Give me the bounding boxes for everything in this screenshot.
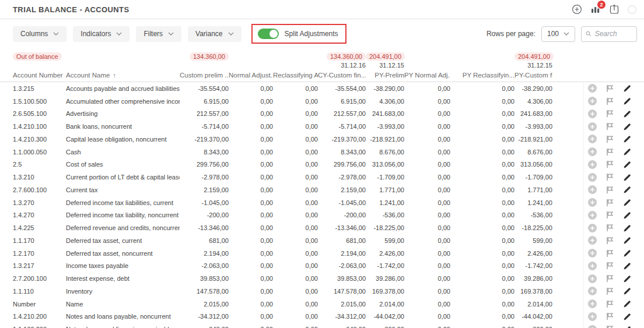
- variance-dropdown-button[interactable]: Variance: [188, 26, 241, 42]
- table-row[interactable]: 1.3.215 Accounts payable and accrued lia…: [0, 82, 644, 95]
- edit-pencil-icon[interactable]: [623, 185, 632, 194]
- column-header-account-name[interactable]: Account Name↑: [66, 72, 180, 79]
- flag-icon[interactable]: [606, 186, 614, 194]
- add-adjustment-icon[interactable]: [588, 185, 597, 194]
- column-header-reclassifying[interactable]: Reclassifying A...: [273, 72, 318, 79]
- column-header-py-custom-final[interactable]: PY-Custom fina...: [514, 72, 552, 79]
- table-row[interactable]: 1.4.210.300 Capital lease obligation, no…: [0, 133, 644, 146]
- table-row[interactable]: 1.4.210.100 Bank loans, noncurrent -5.71…: [0, 120, 644, 133]
- edit-pencil-icon[interactable]: [623, 274, 632, 283]
- split-adjustments-toggle[interactable]: [258, 29, 279, 39]
- indicators-dropdown-button[interactable]: Indicators: [73, 26, 130, 42]
- table-row[interactable]: 1.3.217 Income taxes payable -2.063,00 0…: [0, 260, 644, 273]
- edit-pencil-icon[interactable]: [623, 84, 632, 93]
- edit-pencil-icon[interactable]: [623, 287, 632, 295]
- edit-pencil-icon[interactable]: [623, 236, 632, 245]
- add-adjustment-icon[interactable]: [588, 287, 597, 295]
- search-input[interactable]: [595, 30, 632, 38]
- flag-icon[interactable]: [606, 262, 614, 270]
- table-row[interactable]: 1.1.000.050 Cash 8.343,00 0,00 0,00 8.34…: [0, 146, 644, 158]
- add-circle-icon[interactable]: [572, 4, 582, 15]
- column-header-py-normal-adjustment[interactable]: PY Normal Adj...: [404, 72, 450, 79]
- flag-icon[interactable]: [606, 237, 614, 245]
- flag-icon[interactable]: [606, 287, 614, 295]
- flag-icon[interactable]: [606, 211, 614, 219]
- add-adjustment-icon[interactable]: [588, 211, 597, 220]
- flag-icon[interactable]: [606, 249, 614, 258]
- columns-add-icon[interactable]: 2: [590, 4, 601, 15]
- table-row[interactable]: Number Name 2.015,00 0,00 0,00 2.015,00 …: [0, 298, 644, 311]
- edit-pencil-icon[interactable]: [623, 97, 632, 105]
- edit-pencil-icon[interactable]: [623, 299, 632, 308]
- flag-icon[interactable]: [606, 199, 614, 207]
- add-adjustment-icon[interactable]: [588, 274, 597, 283]
- export-icon[interactable]: [609, 4, 620, 15]
- flag-icon[interactable]: [606, 122, 614, 131]
- table-row[interactable]: 2.6.505.100 Advertising 212.557,00 0,00 …: [0, 108, 644, 121]
- add-adjustment-icon[interactable]: [588, 299, 597, 308]
- status-circle-icon[interactable]: [627, 5, 637, 15]
- table-row[interactable]: 1.5.100.500 Accumulated other comprehens…: [0, 95, 644, 108]
- table-row[interactable]: 2.7.600.100 Current tax 2.159,00 0,00 0,…: [0, 184, 644, 196]
- table-row[interactable]: 1.1.170 Deferred tax asset, current 681,…: [0, 234, 644, 247]
- edit-pencil-icon[interactable]: [623, 224, 632, 232]
- edit-pencil-icon[interactable]: [623, 312, 632, 321]
- flag-icon[interactable]: [606, 110, 614, 118]
- flag-icon[interactable]: [606, 224, 614, 232]
- rows-per-page-select[interactable]: 100: [541, 26, 575, 42]
- flag-icon[interactable]: [606, 148, 614, 156]
- table-row[interactable]: 1.4.225 Deferred revenue and credits, no…: [0, 221, 644, 234]
- table-row[interactable]: 1.4.210.200 Notes and loans payable, non…: [0, 311, 644, 323]
- edit-pencil-icon[interactable]: [623, 198, 632, 207]
- flag-icon[interactable]: [606, 312, 614, 320]
- add-adjustment-icon[interactable]: [588, 97, 597, 105]
- edit-pencil-icon[interactable]: [623, 211, 632, 220]
- edit-pencil-icon[interactable]: [623, 325, 632, 328]
- flag-icon[interactable]: [606, 135, 614, 143]
- edit-pencil-icon[interactable]: [623, 135, 632, 143]
- filters-dropdown-button[interactable]: Filters: [136, 26, 181, 42]
- add-adjustment-icon[interactable]: [588, 173, 597, 182]
- add-adjustment-icon[interactable]: [588, 135, 597, 143]
- edit-pencil-icon[interactable]: [623, 160, 632, 169]
- table-row[interactable]: 1.1.100.200 Notes, loans and financing r…: [0, 323, 644, 328]
- edit-pencil-icon[interactable]: [623, 262, 632, 270]
- add-adjustment-icon[interactable]: [588, 262, 597, 270]
- edit-pencil-icon[interactable]: [623, 147, 632, 156]
- flag-icon[interactable]: [606, 97, 614, 105]
- add-adjustment-icon[interactable]: [588, 147, 597, 156]
- edit-pencil-icon[interactable]: [623, 122, 632, 131]
- add-adjustment-icon[interactable]: [588, 198, 597, 207]
- edit-pencil-icon[interactable]: [623, 249, 632, 258]
- flag-icon[interactable]: [606, 160, 614, 168]
- add-adjustment-icon[interactable]: [588, 236, 597, 245]
- add-adjustment-icon[interactable]: [588, 249, 597, 258]
- column-header-py-prelim[interactable]: PY-Prelim: [366, 72, 404, 79]
- add-adjustment-icon[interactable]: [588, 325, 597, 328]
- flag-icon[interactable]: [606, 173, 614, 181]
- table-row[interactable]: 1.1.110 Inventory 147.578,00 0,00 0,00 1…: [0, 285, 644, 298]
- flag-icon[interactable]: [606, 84, 614, 93]
- table-row[interactable]: 1.2.170 Deferred tax asset, noncurrent 2…: [0, 247, 644, 260]
- flag-icon[interactable]: [606, 300, 614, 308]
- columns-dropdown-button[interactable]: Columns: [13, 26, 66, 42]
- add-adjustment-icon[interactable]: [588, 160, 597, 169]
- add-adjustment-icon[interactable]: [588, 84, 597, 93]
- column-header-normal-adjustment[interactable]: Normal Adjust...: [229, 72, 273, 79]
- table-row[interactable]: 2.5 Cost of sales 299.756,00 0,00 0,00 2…: [0, 158, 644, 171]
- flag-icon[interactable]: [606, 325, 614, 328]
- table-row[interactable]: 1.3.270 Deferred income tax liabilities,…: [0, 196, 644, 209]
- table-row[interactable]: 2.7.200.100 Interest expense, debt 39.85…: [0, 272, 644, 285]
- edit-pencil-icon[interactable]: [623, 173, 632, 182]
- column-header-custom-prelim[interactable]: Custom prelim ...: [180, 72, 229, 79]
- column-header-cy-custom-final[interactable]: CY-Custom fin...: [318, 72, 366, 79]
- column-header-account-number[interactable]: Account Number: [0, 72, 66, 79]
- add-adjustment-icon[interactable]: [588, 110, 597, 118]
- flag-icon[interactable]: [606, 274, 614, 283]
- add-adjustment-icon[interactable]: [588, 224, 597, 232]
- add-adjustment-icon[interactable]: [588, 312, 597, 321]
- add-adjustment-icon[interactable]: [588, 122, 597, 131]
- column-header-py-reclassifying[interactable]: PY Reclassifyin...: [450, 72, 514, 79]
- table-row[interactable]: 1.3.210 Current portion of LT debt & cap…: [0, 171, 644, 184]
- edit-pencil-icon[interactable]: [623, 110, 632, 118]
